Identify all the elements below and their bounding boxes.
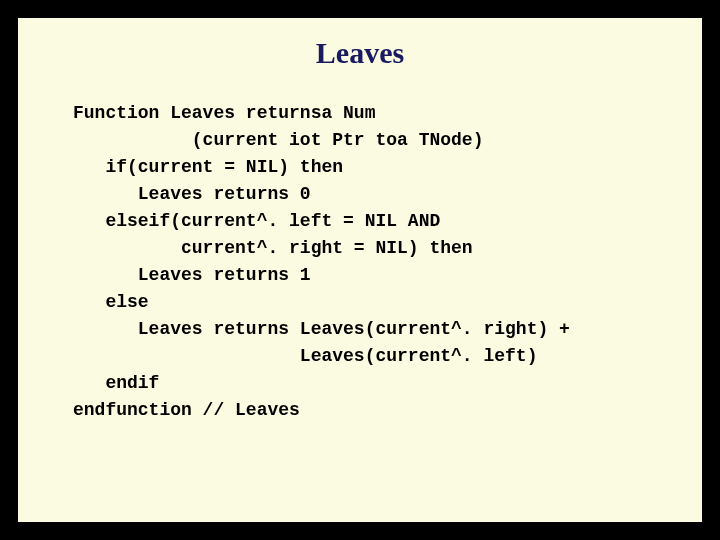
- code-block: Function Leaves returnsa Num (current io…: [18, 100, 702, 424]
- slide-title: Leaves: [18, 36, 702, 70]
- slide-container: Leaves Function Leaves returnsa Num (cur…: [16, 16, 704, 524]
- outer-frame: Leaves Function Leaves returnsa Num (cur…: [9, 9, 711, 531]
